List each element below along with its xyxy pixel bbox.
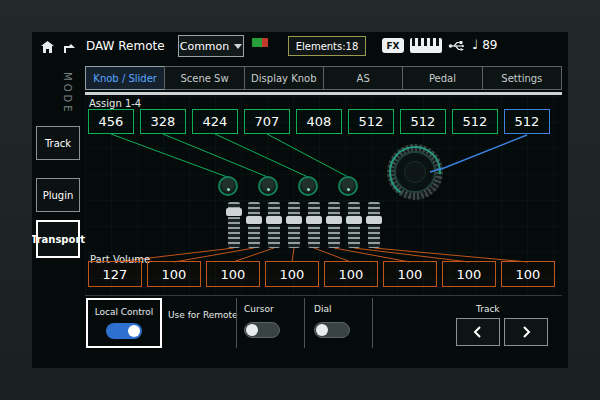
keyboard-icon — [410, 38, 442, 53]
home-icon[interactable] — [38, 38, 56, 56]
tab-as[interactable]: AS — [323, 66, 403, 90]
page-title: DAW Remote — [86, 39, 165, 53]
common-button-label: Common — [180, 40, 230, 53]
part-volume-5[interactable]: 100 — [324, 261, 378, 287]
common-button[interactable]: Common — [178, 35, 244, 57]
assign-knob-1[interactable] — [218, 176, 238, 196]
footer-vertical-divider — [372, 298, 373, 348]
tab-bar: Knob / Slider Scene Sw Display Knob AS P… — [85, 66, 562, 90]
sidebar-item-transport[interactable]: Transport — [36, 220, 80, 258]
local-control-toggle[interactable] — [106, 323, 142, 339]
level-meter-icon — [252, 38, 268, 47]
part-volume-2[interactable]: 100 — [147, 261, 201, 287]
part-volume-row: 127 100 100 100 100 100 100 100 — [88, 261, 555, 287]
mode-label: MODE — [62, 72, 73, 115]
daw-remote-screen: DAW Remote Common Elements:18 FX — [32, 32, 568, 368]
use-for-remote-label: Use for Remote — [168, 310, 230, 320]
part-slider-2[interactable] — [248, 202, 260, 248]
tab-display-knob[interactable]: Display Knob — [244, 66, 324, 90]
sidebar-item-track[interactable]: Track — [36, 126, 80, 160]
quarter-note-icon: ♩ — [472, 37, 478, 52]
assign-value-1[interactable]: 456 — [88, 109, 134, 134]
part-slider-1[interactable] — [228, 202, 240, 248]
elements-button-label: Elements:18 — [296, 41, 359, 52]
part-slider-8[interactable] — [368, 202, 380, 248]
assign-value-6[interactable]: 512 — [348, 109, 394, 134]
assign-value-2[interactable]: 328 — [140, 109, 186, 134]
part-volume-7[interactable]: 100 — [442, 261, 496, 287]
sidebar-item-plugin[interactable]: Plugin — [36, 178, 80, 212]
part-volume-8[interactable]: 100 — [501, 261, 555, 287]
part-slider-4[interactable] — [288, 202, 300, 248]
part-slider-5[interactable] — [308, 202, 320, 248]
local-control-cell[interactable]: Local Control — [86, 298, 162, 348]
part-volume-4[interactable]: 100 — [265, 261, 319, 287]
assign-knob-3[interactable] — [298, 176, 318, 196]
elements-button[interactable]: Elements:18 — [288, 36, 366, 56]
part-volume-3[interactable]: 100 — [206, 261, 260, 287]
assign-section-label: Assign 1-4 — [89, 98, 141, 109]
dial-toggle[interactable] — [314, 322, 350, 338]
assign-knob-4[interactable] — [338, 176, 358, 196]
track-prev-button[interactable] — [456, 318, 500, 346]
assign-value-5[interactable]: 408 — [296, 109, 342, 134]
chevron-down-icon — [234, 44, 242, 49]
track-next-button[interactable] — [504, 318, 548, 346]
part-volume-1[interactable]: 127 — [88, 261, 142, 287]
footer-vertical-divider — [304, 298, 305, 348]
tab-pedal[interactable]: Pedal — [402, 66, 482, 90]
dial-label: Dial — [314, 304, 331, 314]
exit-up-icon[interactable] — [60, 38, 78, 56]
tab-settings[interactable]: Settings — [482, 66, 562, 90]
fx-icon[interactable]: FX — [382, 38, 404, 53]
assign-value-4[interactable]: 707 — [244, 109, 290, 134]
assign-value-8[interactable]: 512 — [452, 109, 498, 134]
footer-vertical-divider — [236, 298, 237, 348]
tab-knob-slider[interactable]: Knob / Slider — [85, 66, 165, 90]
super-knob-dial-face — [394, 151, 436, 193]
tab-scene-sw[interactable]: Scene Sw — [164, 66, 244, 90]
part-slider-7[interactable] — [348, 202, 360, 248]
part-volume-6[interactable]: 100 — [383, 261, 437, 287]
local-control-label: Local Control — [95, 307, 154, 317]
footer-divider — [85, 295, 562, 296]
assign-value-3[interactable]: 424 — [192, 109, 238, 134]
part-slider-6[interactable] — [328, 202, 340, 248]
device-frame: DAW Remote Common Elements:18 FX — [0, 0, 600, 400]
tab-underline — [85, 92, 562, 95]
tempo-indicator[interactable]: ♩ 89 — [472, 37, 497, 52]
assign-value-7[interactable]: 512 — [400, 109, 446, 134]
track-section-label: Track — [476, 304, 500, 314]
super-knob-dial[interactable] — [387, 144, 443, 200]
assign-knob-2[interactable] — [258, 176, 278, 196]
part-slider-3[interactable] — [268, 202, 280, 248]
tempo-value: 89 — [482, 38, 497, 52]
chevron-right-icon — [520, 325, 532, 339]
assign-value-row: 456 328 424 707 408 512 512 512 512 — [88, 109, 550, 134]
assign-value-9[interactable]: 512 — [504, 109, 550, 134]
cursor-label: Cursor — [244, 304, 274, 314]
usb-icon — [448, 38, 466, 52]
chevron-left-icon — [472, 325, 484, 339]
cursor-toggle[interactable] — [244, 322, 280, 338]
